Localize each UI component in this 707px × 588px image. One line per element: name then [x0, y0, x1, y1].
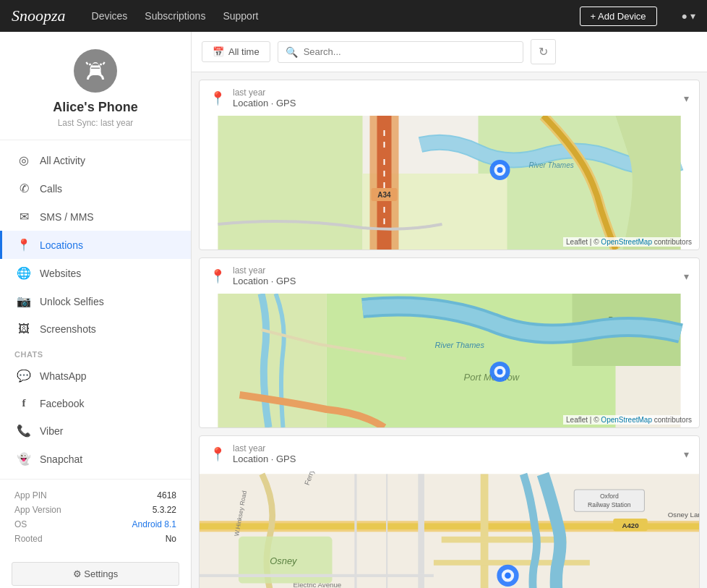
chats-section-label: CHATS — [0, 343, 191, 362]
nav-link-support[interactable]: Support — [223, 10, 258, 22]
info-value: No — [166, 534, 176, 544]
info-label: Rooted — [14, 534, 43, 544]
add-device-button[interactable]: + Add Device — [580, 7, 657, 26]
app-body: Alice's Phone Last Sync: last year ◎ All… — [0, 32, 707, 588]
refresh-button[interactable]: ↻ — [531, 39, 556, 64]
info-row-rooted: Rooted No — [14, 532, 176, 546]
sidebar-item-label: Viber — [40, 425, 63, 437]
search-input[interactable] — [304, 46, 515, 57]
leaflet-link[interactable]: Leaflet — [566, 416, 588, 424]
device-name: Alice's Phone — [53, 100, 137, 115]
map-view-1[interactable]: A34 River Thames — [200, 116, 699, 250]
user-avatar-icon: ● — [682, 10, 687, 22]
sidebar-item-websites[interactable]: 🌐 Websites — [0, 259, 191, 287]
user-dropdown-icon: ▾ — [690, 10, 695, 22]
viber-icon: 📞 — [17, 424, 31, 438]
svg-rect-36 — [442, 537, 567, 543]
nav-link-subscriptions[interactable]: Subscriptions — [145, 10, 205, 22]
android-icon — [82, 58, 108, 84]
sidebar-item-label: Locations — [40, 239, 83, 251]
activity-icon: ◎ — [17, 153, 31, 167]
top-navigation: Snoopza Devices Subscriptions Support + … — [0, 0, 707, 32]
device-info-header: Alice's Phone Last Sync: last year — [0, 32, 191, 140]
selfie-icon: 📷 — [17, 294, 31, 308]
sidebar-item-label: Unlock Selfies — [40, 296, 104, 307]
sidebar-item-sms[interactable]: ✉ SMS / MMS — [0, 203, 191, 231]
svg-point-27 — [497, 369, 503, 375]
leaflet-link[interactable]: Leaflet — [566, 238, 588, 246]
locations-toolbar: 📅 All time 🔍 ↻ — [192, 32, 707, 72]
dropdown-icon[interactable]: ▾ — [684, 93, 689, 104]
user-menu[interactable]: ● ▾ — [682, 10, 695, 22]
svg-rect-38 — [418, 474, 424, 588]
svg-text:River Thames: River Thames — [529, 161, 574, 169]
location-card-header: 📍 last year Location · GPS ▾ — [200, 258, 699, 294]
sidebar-item-calls[interactable]: ✆ Calls — [0, 174, 191, 203]
svg-text:A420: A420 — [622, 521, 638, 529]
sidebar-item-locations[interactable]: 📍 Locations — [0, 231, 191, 259]
calls-icon: ✆ — [17, 182, 31, 195]
whatsapp-icon: 💬 — [17, 369, 31, 383]
sidebar-item-all-activity[interactable]: ◎ All Activity — [0, 146, 191, 174]
map-attribution: Leaflet | © OpenStreetMap contributors — [563, 237, 695, 247]
sidebar-item-label: All Activity — [40, 155, 85, 166]
svg-rect-37 — [434, 560, 590, 566]
svg-rect-35 — [481, 474, 489, 588]
sidebar-navigation: ◎ All Activity ✆ Calls ✉ SMS / MMS 📍 Loc… — [0, 140, 191, 479]
sidebar-item-label: Websites — [40, 268, 81, 279]
location-icon: 📍 — [17, 238, 31, 252]
location-type: Location · GPS — [233, 98, 677, 108]
location-card: 📍 last year Location · GPS ▾ — [199, 257, 700, 428]
location-type: Location · GPS — [233, 453, 677, 464]
svg-text:A34: A34 — [377, 191, 391, 199]
websites-icon: 🌐 — [17, 266, 31, 280]
location-pin-icon: 📍 — [210, 90, 226, 106]
search-box: 🔍 — [278, 41, 523, 63]
sidebar: Alice's Phone Last Sync: last year ◎ All… — [0, 32, 192, 588]
location-card: 📍 last year Location · GPS ▾ — [199, 80, 700, 250]
snapchat-icon: 👻 — [17, 452, 31, 466]
dropdown-icon[interactable]: ▾ — [684, 270, 689, 282]
nav-link-devices[interactable]: Devices — [92, 10, 128, 22]
time-filter-button[interactable]: 📅 All time — [202, 41, 270, 62]
sidebar-item-screenshots[interactable]: 🖼 Screenshots — [0, 315, 191, 343]
sidebar-item-snapchat[interactable]: 👻 Snapchat — [0, 445, 191, 473]
time-filter-label: All time — [228, 46, 260, 57]
sidebar-item-viber[interactable]: 📞 Viber — [0, 417, 191, 445]
dropdown-icon[interactable]: ▾ — [684, 448, 689, 460]
calendar-icon: 📅 — [213, 46, 224, 57]
device-avatar — [74, 49, 117, 93]
sidebar-item-label: WhatsApp — [40, 370, 87, 382]
svg-point-0 — [89, 64, 91, 66]
sidebar-item-facebook[interactable]: f Facebook — [0, 390, 191, 417]
sms-icon: ✉ — [17, 210, 31, 223]
device-details: App PIN 4618 App Version 5.3.22 OS Andro… — [0, 479, 191, 555]
location-pin-icon: 📍 — [210, 268, 226, 284]
location-card-header: 📍 last year Location · GPS ▾ — [200, 80, 699, 116]
info-row-pin: App PIN 4618 — [14, 488, 176, 503]
svg-point-52 — [505, 572, 511, 579]
location-time: last year — [233, 88, 677, 98]
map-svg-3: A420 Osney Lane Ferry Causeway — [200, 472, 699, 588]
info-value-os: Android 8.1 — [132, 519, 176, 529]
location-pin-icon: 📍 — [210, 446, 226, 462]
map-view-3[interactable]: A420 Osney Lane Ferry Causeway — [200, 472, 699, 588]
osm-link[interactable]: OpenStreetMap — [601, 238, 652, 246]
info-value: 5.3.22 — [153, 505, 176, 515]
device-sync: Last Sync: last year — [58, 118, 134, 128]
sidebar-item-unlock-selfies[interactable]: 📷 Unlock Selfies — [0, 287, 191, 315]
osm-link[interactable]: OpenStreetMap — [601, 416, 652, 424]
map-view-2[interactable]: Burgess Field River Thames Port Meadow — [200, 294, 699, 427]
location-time: last year — [233, 443, 677, 453]
sidebar-item-label: Snapchat — [40, 453, 82, 465]
sidebar-item-label: Screenshots — [40, 323, 96, 335]
map-svg-1: A34 River Thames — [200, 116, 699, 250]
location-type: Location · GPS — [233, 276, 677, 286]
svg-text:Osney Lane: Osney Lane — [668, 511, 699, 519]
svg-text:Osney: Osney — [270, 555, 298, 566]
sidebar-item-whatsapp[interactable]: 💬 WhatsApp — [0, 362, 191, 390]
svg-point-1 — [100, 64, 102, 66]
screenshot-icon: 🖼 — [17, 323, 31, 336]
settings-button[interactable]: ⚙ Settings — [12, 562, 179, 586]
svg-text:River Thames: River Thames — [435, 341, 485, 349]
